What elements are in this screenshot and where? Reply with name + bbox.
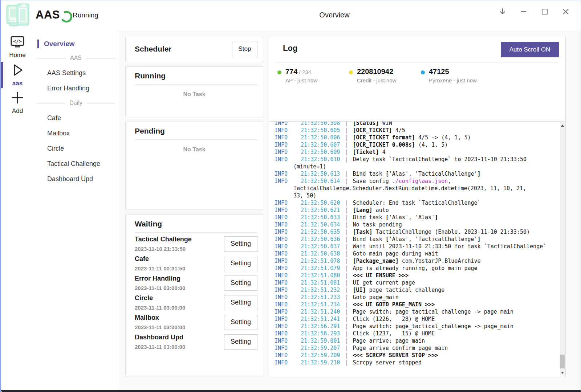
window-controls (496, 5, 572, 18)
nav-item-home[interactable]: </> Home (1, 35, 34, 59)
log-message-segment: 'Alas', 'TacticalChallenge' (389, 171, 478, 177)
close-icon[interactable] (560, 5, 572, 18)
log-timestamp: 21:32:51.078 (301, 258, 340, 264)
log-line: INFO21:32:56.293|Click (1237, 15) @ HOME (275, 330, 554, 337)
log-level: INFO (275, 359, 301, 366)
log-line: INFO21:32:50.613|Bind task ['Alas', 'Tac… (275, 170, 554, 177)
log-timestamp: 21:32:50.637 (301, 243, 340, 250)
log-title: Log (283, 44, 297, 53)
setting-button-dashboard-upd[interactable]: Setting (224, 334, 257, 350)
log-message-segment: TacticalChallenge (Enable, 2023-11-10 21… (373, 229, 530, 235)
auto-scroll-button[interactable]: Auto Scroll ON (501, 42, 559, 57)
log-level: INFO (275, 134, 301, 141)
log-message-segment: Page switch: page_tactical_challenge -> … (353, 309, 513, 315)
log-timestamp: 21:32:59.209 (301, 352, 340, 359)
sidebar-section-aas: AAS (34, 51, 119, 65)
log-separator: | (340, 352, 353, 359)
log-message-segment: Bind task (353, 214, 385, 221)
log-message-segment: [Lang] (353, 207, 372, 213)
log-message-segment: Click (1237, 15) @ HOME (353, 330, 435, 337)
pending-card: Pending No Task (125, 122, 263, 209)
nav-item-aas[interactable]: aas (1, 62, 34, 87)
log-line: INFO21:32:51.081|UI get current page (275, 279, 554, 286)
running-card: Running No Task (125, 66, 263, 117)
nav-label-aas: aas (1, 80, 34, 87)
download-icon[interactable] (496, 5, 509, 18)
scheduler-title: Scheduler (135, 45, 172, 53)
sidebar-item-error-handling[interactable]: Error Handling (34, 81, 119, 96)
setting-button-cafe[interactable]: Setting (224, 256, 257, 271)
log-separator: | (340, 200, 353, 206)
setting-button-tactical-challenge[interactable]: Setting (224, 236, 257, 252)
sidebar-item-circle[interactable]: Circle (34, 141, 119, 156)
log-message-segment: (minute=1) (293, 163, 326, 170)
log-message-segment: TacticalChallenge.Scheduler.NextRun=date… (293, 185, 526, 192)
log-message-segment: App is already running, goto main page (353, 265, 477, 271)
log-message-segment: page_tactical_challenge (366, 287, 445, 293)
log-timestamp: 21:32:51.234 (301, 301, 340, 308)
scrollbar-thumb[interactable] (560, 355, 565, 368)
log-message-segment: [Task] (353, 229, 372, 235)
log-line: INFO21:32:50.605|[OCR_TICKET] 4/5 (275, 127, 554, 134)
setting-button-error-handling[interactable]: Setting (224, 275, 257, 291)
waiting-task-info: Tactical Challenge2023-11-10 21:33:50 (135, 236, 192, 252)
scrollbar-down-icon[interactable] (561, 372, 564, 374)
log-stats: 774 / 234AP - just now220810942Credit - … (268, 67, 565, 92)
log-timestamp: 21:32:50.610 (301, 156, 340, 163)
log-timestamp: 21:32:56.293 (301, 330, 340, 337)
app-title: AAS (36, 8, 60, 21)
log-message-segment: [ (386, 171, 389, 177)
log-message-segment: auto (373, 207, 389, 213)
waiting-task-info: Dashboard Upd2023-11-11 03:00:00 (135, 334, 185, 350)
waiting-task-next-run: 2023-11-11 03:00:00 (135, 324, 185, 330)
log-view[interactable]: INFO21:32:50.598|[Status] WININFO21:32:5… (269, 121, 565, 376)
app-window: AAS Running Overview </> (0, 0, 581, 392)
log-message-segment: Click (1226, 28) @ HOME (353, 316, 435, 322)
log-card: Log Auto Scroll ON 774 / 234AP - just no… (268, 36, 566, 377)
waiting-task-next-run: 2023-11-11 03:00:00 (135, 344, 185, 350)
log-message-segment: [Package_name] (353, 258, 398, 264)
waiting-task-row: Dashboard Upd2023-11-11 03:00:00Setting (135, 334, 257, 350)
nav-item-add[interactable]: Add (1, 90, 34, 115)
running-empty-text: No Task (126, 91, 263, 98)
stat-dot-icon (421, 70, 425, 74)
log-level: INFO (275, 221, 301, 228)
sidebar-item-tactical-challenge[interactable]: Tactical Challenge (34, 156, 119, 171)
maximize-icon[interactable] (539, 5, 551, 18)
waiting-task-next-run: 2023-11-11 03:00:00 (135, 285, 185, 291)
log-timestamp: 21:32:50.621 (301, 207, 340, 213)
log-level: INFO (275, 141, 301, 148)
log-timestamp: 21:32:50.598 (301, 121, 340, 126)
log-message-segment: Bind task (353, 171, 385, 177)
sidebar-item-cafe[interactable]: Cafe (34, 110, 119, 126)
log-level: INFO (275, 170, 301, 177)
log-scrollbar[interactable] (560, 122, 565, 376)
log-level: INFO (275, 250, 301, 257)
setting-button-mailbox[interactable]: Setting (224, 315, 257, 330)
stop-button[interactable]: Stop (232, 41, 257, 57)
stat-dot-icon (277, 70, 281, 74)
log-level: INFO (275, 308, 301, 315)
log-separator: | (340, 338, 353, 344)
log-level: INFO (275, 236, 301, 243)
setting-button-circle[interactable]: Setting (224, 295, 257, 310)
log-message-segment: 33, 50) (293, 192, 316, 199)
log-message-segment: ./config\aas.json (392, 178, 448, 184)
log-message-segment: [OCR_TICKET format] (353, 134, 415, 141)
title-bar: AAS Running Overview (1, 0, 581, 31)
waiting-task-row: Error Handling2023-11-11 03:00:00Setting (135, 275, 257, 291)
log-level: INFO (275, 156, 301, 163)
sidebar-item-aas-settings[interactable]: AAS Settings (34, 65, 119, 81)
waiting-task-info: Circle2023-11-11 03:00:00 (135, 294, 185, 311)
sidebar-item-mailbox[interactable]: Mailbox (34, 126, 119, 141)
sidebar-item-overview[interactable]: Overview (34, 38, 119, 49)
minimize-icon[interactable] (517, 5, 530, 18)
log-level: INFO (275, 344, 301, 352)
running-title: Running (135, 72, 166, 80)
sidebar-item-dashboard-upd[interactable]: Dashboard Upd (34, 171, 119, 187)
scrollbar-up-icon[interactable] (561, 124, 564, 127)
log-line: INFO21:32:59.209|<<< SCRCPY SERVER STOP … (275, 352, 554, 359)
log-message-segment: 'Alas', 'Alas' (389, 214, 435, 221)
log-separator: | (340, 156, 353, 163)
log-timestamp: 21:32:50.613 (301, 171, 340, 177)
